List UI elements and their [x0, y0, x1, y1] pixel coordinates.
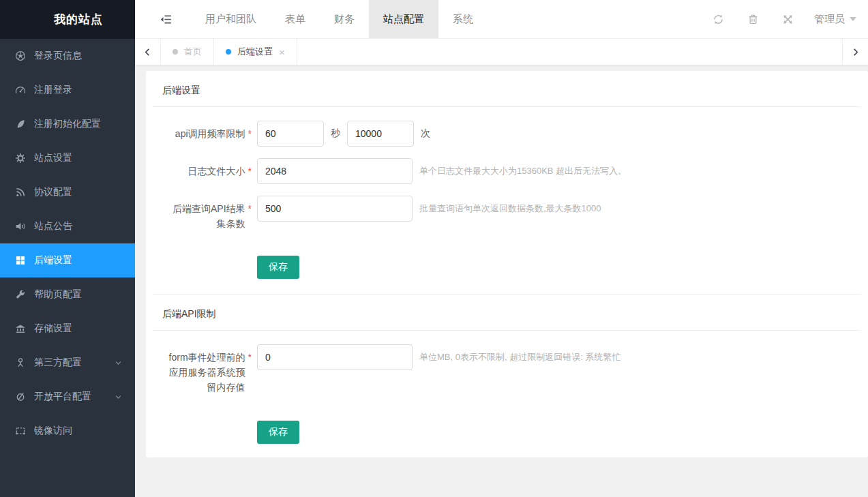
save-button[interactable]: 保存	[257, 256, 299, 279]
save-button[interactable]: 保存	[257, 421, 299, 444]
fullscreen-icon[interactable]	[782, 14, 794, 25]
trash-icon[interactable]	[747, 14, 759, 25]
sidebar-item-label: 协议配置	[34, 186, 114, 198]
sidebar-item-icon	[15, 221, 26, 232]
sidebar-item-label: 镜像访问	[34, 425, 114, 437]
sidebar-item[interactable]: 后端设置	[0, 243, 135, 277]
sidebar-item-icon	[15, 357, 26, 368]
main-content: 后端设置 api调用频率限制 * 秒 次	[135, 65, 868, 497]
field-label: form事件处理前的应用服务器系统预留内存值 *	[162, 344, 252, 395]
tab-status-dot	[226, 49, 231, 55]
form-row-query-result: 后端查询API结果集条数 * 批量查询语句单次返回数据条数,最大条数1000	[162, 196, 852, 231]
sidebar-item-icon	[15, 50, 26, 61]
settings-card: 后端设置 api调用频率限制 * 秒 次	[146, 71, 868, 457]
nav-item[interactable]: 财务	[320, 0, 369, 38]
sidebar-item-icon	[15, 425, 26, 436]
tab-bar: 首页 后端设置 ×	[135, 39, 868, 65]
sidebar: 我的站点 登录页信息 注册登录 注册初始化配置 站点设置	[0, 0, 135, 497]
sidebar-item[interactable]: 注册初始化配置	[0, 107, 135, 141]
nav-item-label: 站点配置	[383, 13, 424, 26]
api-rate-seconds-input[interactable]	[257, 121, 324, 147]
site-title: 我的站点	[54, 12, 103, 27]
section-title-backend-settings: 后端设置	[153, 71, 861, 106]
sidebar-item[interactable]: 注册登录	[0, 73, 135, 107]
tab-item[interactable]: 后端设置 ×	[214, 39, 297, 65]
sidebar-item[interactable]: 存储设置	[0, 312, 135, 346]
sidebar-item-label: 注册登录	[34, 84, 114, 96]
sidebar-item-icon	[15, 153, 26, 164]
required-star: *	[248, 126, 252, 141]
sidebar-item[interactable]: 协议配置	[0, 175, 135, 209]
chevron-left-icon	[143, 47, 153, 57]
field-controls: 批量查询语句单次返回数据条数,最大条数1000	[257, 196, 601, 222]
unit-seconds: 秒	[331, 127, 340, 140]
chevron-down-icon	[114, 393, 123, 402]
field-controls: 单个日志文件最大大小为15360KB 超出后无法写入。	[257, 158, 627, 184]
field-label: api调用频率限制 *	[162, 121, 252, 141]
sidebar-menu: 登录页信息 注册登录 注册初始化配置 站点设置 协议配置	[0, 39, 135, 497]
backend-settings-form: api调用频率限制 * 秒 次 日志文件大小 *	[153, 107, 861, 279]
cloud-logo-icon	[14, 8, 46, 31]
field-hint: 单位MB, 0表示不限制, 超过限制返回错误: 系统繁忙	[419, 351, 620, 363]
tab-close-icon[interactable]: ×	[279, 47, 285, 57]
sidebar-item-icon	[15, 85, 26, 95]
refresh-icon[interactable]	[713, 14, 724, 25]
api-rate-times-input[interactable]	[347, 121, 414, 147]
sidebar-item-icon	[15, 289, 26, 300]
sidebar-item[interactable]: 开放平台配置	[0, 380, 135, 414]
sidebar-item[interactable]: 镜像访问	[0, 414, 135, 448]
sidebar-item-label: 第三方配置	[34, 357, 114, 369]
field-controls: 单位MB, 0表示不限制, 超过限制返回错误: 系统繁忙	[257, 344, 620, 370]
nav-item[interactable]: 用户和团队	[191, 0, 271, 38]
tab-item[interactable]: 首页	[161, 39, 214, 65]
section-title-backend-api-limit: 后端API限制	[153, 295, 861, 330]
sidebar-item-icon	[15, 323, 26, 334]
sidebar-item-icon	[15, 391, 26, 402]
field-label-text: 日志文件大小	[188, 164, 245, 179]
sidebar-item[interactable]: 帮助页配置	[0, 277, 135, 312]
chevron-down-icon	[114, 359, 123, 367]
top-nav: 用户和团队 表单 财务 站点配置 系统	[191, 0, 488, 38]
field-hint: 批量查询语句单次返回数据条数,最大条数1000	[419, 202, 601, 215]
open-tabs: 首页 后端设置 ×	[161, 39, 297, 65]
reserved-memory-input[interactable]	[257, 344, 413, 370]
caret-down-icon	[850, 17, 856, 21]
field-label-text: form事件处理前的应用服务器系统预留内存值	[164, 350, 245, 395]
tab-status-dot	[173, 49, 178, 55]
tab-label: 后端设置	[237, 46, 273, 58]
sidebar-item-label: 开放平台配置	[34, 391, 114, 403]
backend-api-limit-form: form事件处理前的应用服务器系统预留内存值 * 单位MB, 0表示不限制, 超…	[153, 331, 861, 444]
sidebar-item-label: 站点设置	[34, 152, 114, 164]
field-controls: 秒 次	[257, 121, 437, 147]
form-row-log-size: 日志文件大小 * 单个日志文件最大大小为15360KB 超出后无法写入。	[162, 158, 852, 184]
nav-item-label: 财务	[334, 13, 355, 26]
app-window: 我的站点 登录页信息 注册登录 注册初始化配置 站点设置	[0, 0, 868, 497]
tabs-scroll-right-button[interactable]	[842, 39, 868, 65]
tabs-scroll-left-button[interactable]	[135, 39, 161, 65]
required-star: *	[248, 350, 252, 365]
top-header: 用户和团队 表单 财务 站点配置 系统 管理员	[135, 0, 868, 39]
required-star: *	[248, 201, 252, 216]
collapse-sidebar-icon[interactable]	[160, 13, 173, 26]
save-row: 保存	[257, 256, 852, 279]
sidebar-item[interactable]: 站点设置	[0, 141, 135, 175]
user-menu[interactable]: 管理员	[814, 13, 856, 26]
nav-item[interactable]: 站点配置	[369, 0, 438, 38]
sidebar-item-label: 存储设置	[34, 322, 114, 335]
header-actions: 管理员	[701, 13, 868, 26]
sidebar-item-icon	[15, 255, 26, 266]
nav-item[interactable]: 系统	[438, 0, 488, 38]
sidebar-item[interactable]: 登录页信息	[0, 39, 135, 73]
sidebar-item[interactable]: 站点公告	[0, 209, 135, 243]
sidebar-item[interactable]: 第三方配置	[0, 346, 135, 380]
chevron-right-icon	[850, 47, 860, 57]
log-file-size-input[interactable]	[257, 158, 413, 184]
nav-item-label: 用户和团队	[205, 13, 256, 26]
query-result-count-input[interactable]	[257, 196, 413, 222]
sidebar-item-icon	[15, 119, 26, 130]
nav-item[interactable]: 表单	[271, 0, 320, 38]
required-star: *	[248, 164, 252, 179]
form-row-reserved-memory: form事件处理前的应用服务器系统预留内存值 * 单位MB, 0表示不限制, 超…	[162, 344, 852, 395]
sidebar-item-label: 注册初始化配置	[34, 118, 114, 130]
sidebar-item-label: 帮助页配置	[34, 288, 114, 301]
